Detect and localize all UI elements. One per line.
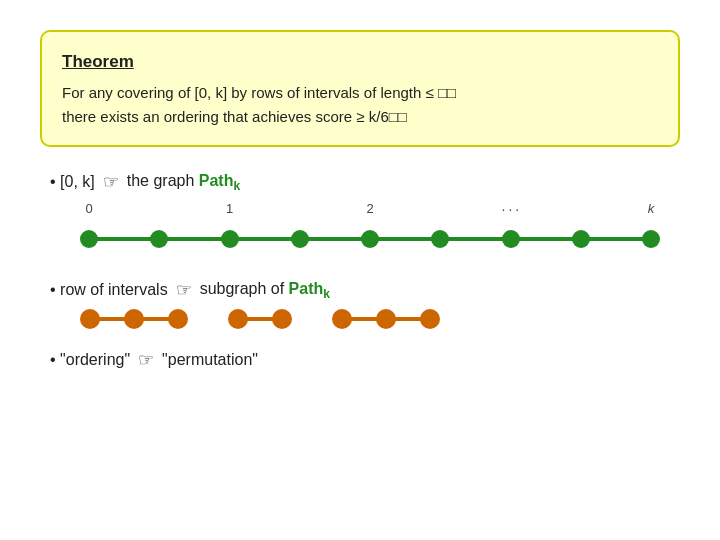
theorem-line1: For any covering of [0, k] by rows of in…	[62, 84, 456, 101]
subgraph-container	[80, 309, 680, 329]
path-node-7	[572, 230, 590, 248]
path-label: Pathk	[199, 172, 240, 189]
bullet-text-row: • row of intervals ☞ subgraph of Pathk	[50, 279, 680, 301]
sg-line-3a	[350, 317, 378, 321]
sg-node-3a	[332, 309, 352, 329]
bullet-section: • [0, k] ☞ the graph Pathk 0 1 2 ··· k	[40, 171, 680, 371]
sg-line-1b	[142, 317, 170, 321]
path-node-0	[80, 230, 98, 248]
subgraph-group-2	[228, 309, 292, 329]
bullet-text-ordering: • "ordering" ☞ "permutation"	[50, 349, 680, 371]
path-node-3	[291, 230, 309, 248]
sg-node-2b	[272, 309, 292, 329]
theorem-body: For any covering of [0, k] by rows of in…	[62, 81, 658, 129]
sg-node-1c	[168, 309, 188, 329]
label-dots: ···	[502, 201, 520, 217]
sg-line-3b	[394, 317, 422, 321]
sg-node-3b	[376, 309, 396, 329]
subgraph-group-1	[80, 309, 188, 329]
bullet-desc-row: subgraph of Pathk	[200, 280, 330, 301]
bullet-item-path: • [0, k] ☞ the graph Pathk 0 1 2 ··· k	[50, 171, 680, 259]
path-node-5	[431, 230, 449, 248]
subgraph-path-label: Pathk	[289, 280, 330, 297]
theorem-box: Theorem For any covering of [0, k] by ro…	[40, 30, 680, 147]
sg-line-2a	[246, 317, 274, 321]
path-node-2	[221, 230, 239, 248]
bullet-item-ordering: • "ordering" ☞ "permutation"	[50, 349, 680, 371]
sg-node-3c	[420, 309, 440, 329]
path-node-6	[502, 230, 520, 248]
theorem-title: Theorem	[62, 48, 658, 75]
bullet-prefix-row: • row of intervals	[50, 281, 168, 299]
sg-line-1a	[98, 317, 126, 321]
label-k: k	[642, 201, 660, 217]
label-1: 1	[221, 201, 239, 217]
label-2: 2	[361, 201, 379, 217]
path-nodes	[80, 230, 660, 248]
subgraph-group-3	[332, 309, 440, 329]
path-line	[80, 230, 660, 248]
path-node-labels: 0 1 2 ··· k	[80, 201, 660, 217]
arrow-icon-path: ☞	[103, 171, 119, 193]
bullet-desc-path: the graph Pathk	[127, 172, 240, 193]
sg-node-2a	[228, 309, 248, 329]
path-node-1	[150, 230, 168, 248]
slide: Theorem For any covering of [0, k] by ro…	[0, 0, 720, 540]
theorem-line2: there exists an ordering that achieves s…	[62, 108, 407, 125]
sg-node-1a	[80, 309, 100, 329]
sg-node-1b	[124, 309, 144, 329]
bullet-text-path: • [0, k] ☞ the graph Pathk	[50, 171, 680, 193]
bullet-prefix-ordering: • "ordering"	[50, 351, 130, 369]
bullet-item-row: • row of intervals ☞ subgraph of Pathk	[50, 279, 680, 329]
arrow-icon-ordering: ☞	[138, 349, 154, 371]
bullet-desc-ordering: "permutation"	[162, 351, 258, 369]
arrow-icon-row: ☞	[176, 279, 192, 301]
path-node-k	[642, 230, 660, 248]
bullet-prefix-path: • [0, k]	[50, 173, 95, 191]
label-0: 0	[80, 201, 98, 217]
path-graph	[80, 219, 680, 259]
path-node-4	[361, 230, 379, 248]
path-graph-wrapper: 0 1 2 ··· k	[50, 201, 680, 259]
